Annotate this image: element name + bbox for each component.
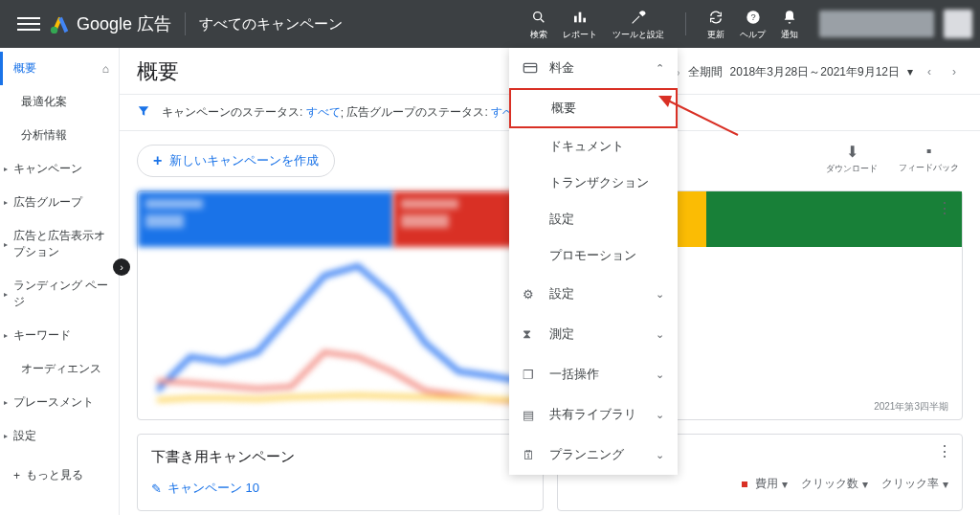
menu-item-billing-documents[interactable]: ドキュメント: [509, 128, 678, 165]
chevron-down-icon: ⌄: [656, 328, 664, 341]
menu-section-settings[interactable]: ⚙ 設定 ⌄: [509, 274, 678, 314]
svg-rect-3: [574, 15, 577, 22]
sidebar-item-insights[interactable]: 分析情報: [0, 119, 119, 152]
sidebar-item-label: 分析情報: [21, 127, 67, 144]
menu-item-billing-settings[interactable]: 設定: [509, 201, 678, 237]
google-ads-logo-icon: [50, 13, 71, 34]
menu-item-billing-overview[interactable]: 概要: [509, 88, 678, 128]
account-info-redacted: [819, 11, 934, 37]
sidebar-item-settings[interactable]: ▸設定: [0, 419, 119, 453]
page-title: 概要: [137, 57, 179, 86]
sidebar-item-label: プレースメント: [13, 394, 94, 411]
date-range-selector[interactable]: 替える 全期間 2018年3月28日～2021年9月12日 ▾ ‹ ›: [652, 63, 963, 80]
sidebar-item-label: キーワード: [13, 327, 71, 344]
next-period-button[interactable]: ›: [946, 63, 963, 80]
divider: [685, 12, 686, 35]
svg-rect-4: [579, 11, 582, 22]
stat-segment-blue[interactable]: [138, 191, 393, 247]
library-icon: ▤: [523, 408, 540, 422]
sidebar-item-ads-extensions[interactable]: ▸広告と広告表示オプション: [0, 219, 119, 269]
stat-segment-green[interactable]: [706, 191, 962, 247]
button-label: 新しいキャンペーンを作成: [169, 152, 319, 169]
refresh-icon: [707, 8, 724, 27]
chevron-down-icon: ⌄: [656, 369, 664, 381]
card-icon: [523, 60, 540, 76]
card-menu-button[interactable]: ⋮: [937, 199, 952, 217]
feedback-icon: ▪: [899, 143, 959, 160]
caret-icon: ▸: [4, 398, 8, 407]
menu-item-billing-transactions[interactable]: トランザクション: [509, 165, 678, 201]
chevron-down-icon: ⌄: [656, 409, 664, 421]
sidebar-item-label: 広告と広告表示オプション: [13, 228, 109, 260]
search-icon: [530, 8, 547, 27]
svg-rect-8: [523, 63, 536, 72]
date-prefix: 全期間: [688, 64, 723, 80]
link-label: キャンペーン 10: [167, 480, 259, 497]
filter-label: キャンペーンのステータス:: [162, 104, 302, 121]
menu-section-shared-library[interactable]: ▤ 共有ライブラリ ⌄: [509, 394, 678, 435]
sidebar-item-label: 設定: [13, 428, 36, 444]
menu-item-billing-promotions[interactable]: プロモーション: [509, 237, 678, 274]
home-icon: ⌂: [102, 62, 109, 76]
menu-label: 一括操作: [549, 366, 599, 383]
caret-icon: ▸: [4, 331, 8, 340]
card-menu-button[interactable]: ⋮: [937, 442, 952, 460]
sidebar-item-placements[interactable]: ▸プレースメント: [0, 386, 119, 419]
quarter-label: 2021年第3四半期: [874, 400, 948, 414]
help-button[interactable]: ? ヘルプ: [740, 8, 766, 41]
sidebar-item-landing-pages[interactable]: ▸ランディング ページ: [0, 269, 119, 319]
breadcrumb[interactable]: すべてのキャンペーン: [199, 15, 343, 34]
pencil-icon: ✎: [151, 481, 162, 496]
metric-clicks-selector[interactable]: クリック数 ▾: [801, 476, 868, 492]
metric-cost-selector[interactable]: 費用 ▾: [742, 476, 788, 492]
sidebar-item-keywords[interactable]: ▸キーワード: [0, 319, 119, 352]
top-bar: Google 広告 すべてのキャンペーン 検索 レポート ツールと設定 更新 ?…: [0, 0, 980, 48]
draft-campaign-link[interactable]: ✎ キャンペーン 10: [151, 480, 529, 497]
wrench-icon: [612, 8, 664, 27]
prev-period-button[interactable]: ‹: [921, 63, 938, 80]
metric-ctr-selector[interactable]: クリック率 ▾: [881, 476, 948, 492]
sidebar-more[interactable]: +もっと見る: [0, 459, 119, 492]
caret-icon: ▸: [4, 165, 8, 173]
filter-icon[interactable]: [137, 104, 150, 121]
svg-rect-5: [583, 17, 586, 22]
menu-icon[interactable]: [17, 12, 40, 35]
svg-line-2: [541, 19, 544, 22]
notifications-button[interactable]: 通知: [781, 8, 798, 41]
chevron-down-icon: ▾: [907, 65, 913, 78]
menu-section-billing[interactable]: 料金 ⌃: [509, 48, 678, 88]
filter-value[interactable]: すべて: [306, 104, 341, 121]
sidebar-item-recommendations[interactable]: 最適化案: [0, 85, 119, 119]
menu-label: 測定: [549, 325, 574, 343]
avatar[interactable]: [944, 10, 972, 38]
new-campaign-button[interactable]: + 新しいキャンペーンを作成: [137, 145, 335, 177]
sidebar-expand-handle[interactable]: ›: [113, 258, 130, 276]
refresh-button[interactable]: 更新: [707, 8, 724, 41]
overview-chart: [157, 257, 521, 410]
card-title: 下書き用キャンペーン: [151, 448, 529, 466]
menu-section-bulk-actions[interactable]: ❐ 一括操作 ⌄: [509, 354, 678, 394]
date-range-value: 2018年3月28日～2021年9月12日: [730, 64, 900, 80]
divider: [185, 12, 186, 35]
sidebar-item-label: 広告グループ: [13, 194, 82, 211]
sidebar-item-adgroups[interactable]: ▸広告グループ: [0, 186, 119, 219]
menu-label: 設定: [549, 285, 574, 302]
chart-icon: [563, 8, 597, 27]
tools-button[interactable]: ツールと設定: [612, 8, 664, 41]
bell-icon: [781, 8, 798, 27]
download-icon: ⬇: [826, 143, 878, 161]
sidebar-item-label: ランディング ページ: [13, 278, 109, 310]
sidebar-item-label: もっと見る: [26, 467, 83, 483]
menu-section-planning[interactable]: 🗓 プランニング ⌄: [509, 435, 678, 475]
report-button[interactable]: レポート: [563, 8, 597, 41]
gear-icon: ⚙: [523, 287, 540, 302]
menu-section-measurement[interactable]: ⧗ 測定 ⌄: [509, 314, 678, 354]
calendar-icon: 🗓: [523, 448, 540, 462]
caret-icon: ▸: [4, 240, 8, 249]
download-button[interactable]: ⬇ ダウンロード: [826, 143, 878, 175]
sidebar-item-overview[interactable]: 概要 ⌂: [0, 52, 119, 85]
sidebar-item-audiences[interactable]: オーディエンス: [0, 352, 119, 386]
search-button[interactable]: 検索: [530, 8, 547, 41]
feedback-button[interactable]: ▪ フィードバック: [899, 143, 959, 175]
sidebar-item-campaigns[interactable]: ▸キャンペーン: [0, 152, 119, 186]
